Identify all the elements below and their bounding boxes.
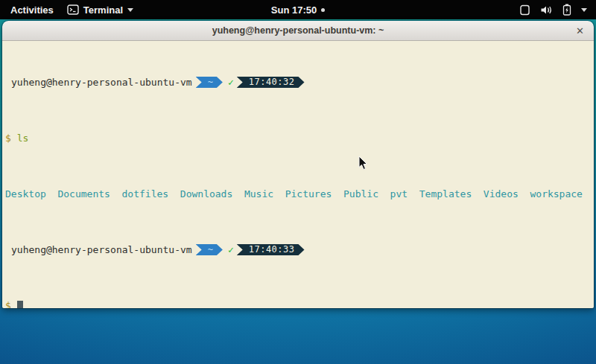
directory-list: Desktop Documents dotfiles Downloads Mus… bbox=[5, 188, 591, 199]
text-cursor bbox=[17, 301, 23, 309]
app-menu[interactable]: Terminal bbox=[67, 4, 133, 16]
display-icon bbox=[519, 4, 530, 16]
command-text: ls bbox=[17, 132, 29, 144]
notification-dot-icon bbox=[321, 8, 325, 12]
volume-icon bbox=[540, 4, 553, 16]
window-title: yuheng@henry-personal-ubuntu-vm: ~ bbox=[212, 25, 384, 36]
input-line: $ bbox=[5, 300, 591, 308]
terminal-body[interactable]: yuheng@henry-personal-ubuntu-vm ~ ✓ 17:4… bbox=[2, 41, 594, 308]
dir-item: pvt bbox=[378, 188, 408, 199]
status-check-icon: ✓ bbox=[228, 77, 234, 88]
terminal-icon bbox=[67, 4, 79, 15]
system-menu[interactable] bbox=[519, 0, 596, 19]
user-host: yuheng@henry-personal-ubuntu-vm bbox=[11, 77, 192, 88]
dir-item: Videos bbox=[472, 188, 519, 199]
dir-item: dotfiles bbox=[110, 188, 168, 199]
dir-item: Downloads bbox=[168, 188, 232, 199]
cwd-segment: ~ bbox=[196, 244, 223, 255]
close-button[interactable]: ✕ bbox=[576, 21, 584, 41]
clock[interactable]: Sun 17:50 bbox=[271, 4, 317, 16]
command-line: $ ls bbox=[5, 132, 591, 144]
top-bar: Activities Terminal Sun 17:50 bbox=[0, 0, 596, 19]
dir-item: Public bbox=[332, 188, 378, 199]
activities-button[interactable]: Activities bbox=[7, 4, 57, 16]
dir-item: Music bbox=[232, 188, 273, 199]
app-menu-chevron-icon bbox=[127, 8, 133, 12]
dir-item: Desktop bbox=[5, 188, 46, 199]
user-host: yuheng@henry-personal-ubuntu-vm bbox=[11, 244, 192, 255]
status-check-icon: ✓ bbox=[228, 244, 234, 255]
prompt-line: yuheng@henry-personal-ubuntu-vm ~ ✓ 17:4… bbox=[5, 244, 591, 255]
prompt-symbol: $ bbox=[5, 132, 11, 144]
dir-item: workspace bbox=[519, 188, 583, 199]
dir-item: Templates bbox=[408, 188, 472, 199]
time-segment: 17:40:32 bbox=[237, 77, 305, 88]
app-menu-label: Terminal bbox=[83, 4, 123, 16]
battery-charging-icon bbox=[562, 4, 571, 16]
time-segment: 17:40:33 bbox=[237, 244, 305, 255]
top-bar-left: Activities Terminal bbox=[0, 4, 133, 16]
prompt-line: yuheng@henry-personal-ubuntu-vm ~ ✓ 17:4… bbox=[5, 77, 591, 88]
dir-item: Documents bbox=[46, 188, 110, 199]
prompt-symbol: $ bbox=[5, 300, 11, 308]
dir-item: Pictures bbox=[273, 188, 332, 199]
spacer bbox=[11, 132, 17, 144]
chevron-down-icon bbox=[581, 8, 587, 12]
terminal-window: yuheng@henry-personal-ubuntu-vm: ~ ✕ yuh… bbox=[2, 21, 594, 308]
cwd-segment: ~ bbox=[196, 77, 223, 88]
title-bar[interactable]: yuheng@henry-personal-ubuntu-vm: ~ ✕ bbox=[2, 21, 594, 41]
